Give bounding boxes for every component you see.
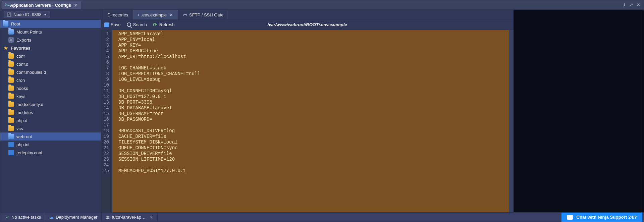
status-label: No active tasks xyxy=(11,215,41,220)
code-line[interactable] xyxy=(118,82,509,88)
status-label: tutor-laravel-ap… xyxy=(112,215,145,220)
chat-support-button[interactable]: Chat with Ninja Support 24/7 xyxy=(561,213,642,222)
line-number: 20 xyxy=(103,140,109,145)
close-icon[interactable]: ✕ xyxy=(637,2,640,7)
folder-icon xyxy=(8,102,14,107)
grid-icon: ▦ xyxy=(106,215,110,220)
tab-close-icon[interactable]: ✕ xyxy=(148,215,153,220)
status-project-tab[interactable]: ▦ tutor-laravel-ap… ✕ xyxy=(102,213,157,222)
code-line[interactable]: LOG_LEVEL=debug xyxy=(118,77,509,82)
line-number: 18 xyxy=(103,128,109,134)
tree-label: php.d xyxy=(16,118,28,123)
code-line[interactable]: LOG_CHANNEL=stack xyxy=(118,65,509,71)
folder-icon xyxy=(8,110,14,115)
window-tab-configs[interactable]: 🔧 Application Servers : Configs ✕ xyxy=(2,1,81,9)
terminal-icon: ▭ xyxy=(183,12,187,17)
tree-mount-points[interactable]: Mount Points xyxy=(0,28,101,36)
folder-open-icon xyxy=(3,21,8,26)
line-number: 23 xyxy=(103,157,109,162)
node-selector[interactable]: N Node ID: 9368 ▼ xyxy=(4,11,50,18)
status-tasks[interactable]: ✓ No active tasks xyxy=(2,213,45,222)
tree-folder-modsecurity-d[interactable]: modsecurity.d xyxy=(0,100,101,108)
code-line[interactable] xyxy=(118,162,509,168)
tree-folder-conf-modules-d[interactable]: conf.modules.d xyxy=(0,68,101,76)
code-line[interactable]: SESSION_DRIVER=file xyxy=(118,151,509,157)
line-number: 6 xyxy=(103,60,109,65)
search-button[interactable]: Search xyxy=(127,22,147,27)
code-line[interactable]: APP_DEBUG=true xyxy=(118,48,509,54)
tree-folder-php-d[interactable]: php.d xyxy=(0,116,101,124)
code-content[interactable]: APP_NAME=LaravelAPP_ENV=localAPP_KEY=APP… xyxy=(112,30,509,212)
tree-file-php-ini[interactable]: php.ini xyxy=(0,141,101,149)
line-number: 22 xyxy=(103,151,109,157)
folder-icon xyxy=(8,77,14,83)
code-line[interactable] xyxy=(118,60,509,65)
main-tab-strip: Directories ▫ .env.example ✕ ▭ SFTP / SS… xyxy=(101,10,514,20)
tab-label: Directories xyxy=(107,12,128,17)
line-number: 10 xyxy=(103,82,109,88)
editor-scrollbar[interactable] xyxy=(509,30,514,212)
tree-file-redeploy-conf[interactable]: redeploy.conf xyxy=(0,149,101,157)
line-number: 11 xyxy=(103,88,109,94)
code-line[interactable]: DB_USERNAME=root xyxy=(118,111,509,117)
line-number: 2 xyxy=(103,37,109,43)
code-line[interactable] xyxy=(118,122,509,128)
line-number: 14 xyxy=(103,105,109,111)
status-deployment-manager[interactable]: ☁ Deployment Manager xyxy=(45,213,102,222)
tree-folder-conf-d[interactable]: conf.d xyxy=(0,60,101,68)
tree-folder-webroot[interactable]: webroot xyxy=(0,132,101,141)
code-line[interactable]: DB_HOST=127.0.0.1 xyxy=(118,94,509,100)
tree-folder-modules[interactable]: modules xyxy=(0,108,101,116)
code-line[interactable]: DB_PORT=3306 xyxy=(118,100,509,105)
tree-label: redeploy.conf xyxy=(16,150,42,155)
tab-sftp-ssh[interactable]: ▭ SFTP / SSH Gate xyxy=(179,10,228,19)
tree-folder-cron[interactable]: cron xyxy=(0,76,101,84)
code-editor[interactable]: 1234567891011121314151617181920212223242… xyxy=(101,30,509,212)
code-line[interactable]: CACHE_DRIVER=file xyxy=(118,134,509,140)
tree-folder-vcs[interactable]: vcs xyxy=(0,124,101,132)
tab-close-icon[interactable]: ✕ xyxy=(169,12,174,17)
toolbar-label: Refresh xyxy=(159,22,175,27)
tree-root[interactable]: Root xyxy=(0,20,101,28)
tab-directories[interactable]: Directories xyxy=(103,10,132,19)
tree-label: cron xyxy=(16,78,25,83)
tab-close-icon[interactable]: ✕ xyxy=(74,3,77,8)
tree-label: conf xyxy=(16,54,25,59)
line-gutter: 1234567891011121314151617181920212223242… xyxy=(101,30,112,212)
code-line[interactable]: MEMCACHED_HOST=127.0.0.1 xyxy=(118,168,509,174)
tree-folder-keys[interactable]: keys xyxy=(0,92,101,100)
file-tree: Root Mount Points Exports ★ Favorites co… xyxy=(0,20,101,212)
code-line[interactable]: DB_DATABASE=laravel xyxy=(118,105,509,111)
code-line[interactable]: LOG_DEPRECATIONS_CHANNEL=null xyxy=(118,71,509,77)
code-line[interactable]: DB_CONNECTION=mysql xyxy=(118,88,509,94)
editor-scroll[interactable]: 1234567891011121314151617181920212223242… xyxy=(101,30,509,212)
editor-toolbar: Save Search Refresh /var/www/webroot/ROO… xyxy=(101,20,514,30)
tree-folder-conf[interactable]: conf xyxy=(0,52,101,60)
tree-label: Root xyxy=(11,21,20,26)
save-button[interactable]: Save xyxy=(104,22,121,27)
code-line[interactable]: BROADCAST_DRIVER=log xyxy=(118,128,509,134)
code-line[interactable]: DB_PASSWORD= xyxy=(118,117,509,122)
maximize-icon[interactable]: ⤢ xyxy=(630,2,633,7)
code-line[interactable]: SESSION_LIFETIME=120 xyxy=(118,157,509,162)
tree-folder-hooks[interactable]: hooks xyxy=(0,84,101,92)
line-number: 24 xyxy=(103,162,109,168)
download-icon[interactable]: ⤓ xyxy=(623,2,626,7)
code-line[interactable]: APP_NAME=Laravel xyxy=(118,31,509,37)
status-label: Deployment Manager xyxy=(56,215,97,220)
code-line[interactable]: FILESYSTEM_DISK=local xyxy=(118,140,509,145)
app-shell: 🔧 Application Servers : Configs ✕ ⤓ ⤢ ✕ … xyxy=(0,0,644,222)
line-number: 5 xyxy=(103,54,109,60)
code-line[interactable]: APP_URL=http://localhost xyxy=(118,54,509,60)
tree-exports[interactable]: Exports xyxy=(0,36,101,44)
line-number: 9 xyxy=(103,77,109,82)
window-tab-strip: 🔧 Application Servers : Configs ✕ ⤓ ⤢ ✕ xyxy=(0,0,644,10)
folder-icon xyxy=(8,53,14,59)
code-line[interactable]: APP_KEY= xyxy=(118,43,509,48)
tree-favorites-section[interactable]: ★ Favorites xyxy=(0,44,101,52)
code-line[interactable]: APP_ENV=local xyxy=(118,37,509,43)
tab-env-example[interactable]: ▫ .env.example ✕ xyxy=(133,10,178,19)
code-line[interactable]: QUEUE_CONNECTION=sync xyxy=(118,145,509,151)
refresh-button[interactable]: Refresh xyxy=(153,22,175,27)
folder-icon xyxy=(8,126,14,131)
